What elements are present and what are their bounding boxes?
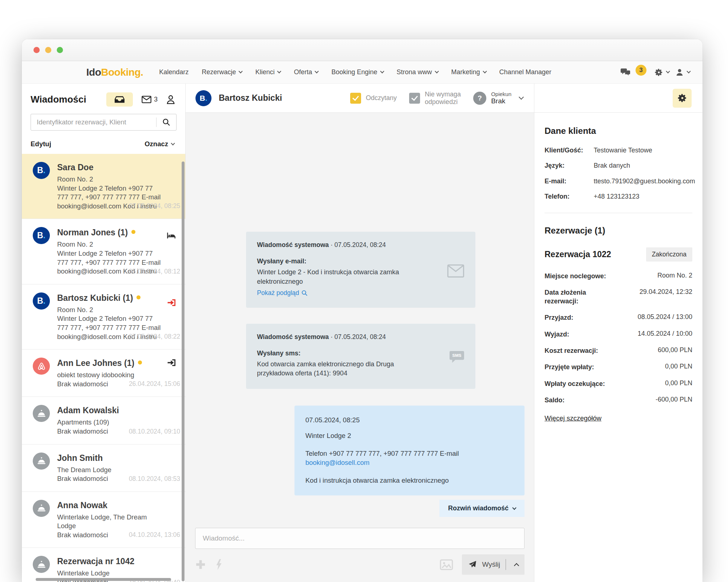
search-button[interactable]	[157, 114, 176, 130]
checkbox-checked-icon[interactable]	[350, 93, 361, 104]
menu-item-kalendarz[interactable]: Kalendarz	[159, 68, 189, 76]
conversation-name: Ann Lee Johnes (1)	[57, 358, 175, 368]
conversation-name: Bartosz Kubicki (1)	[57, 293, 175, 303]
logo-prefix: Ido	[86, 67, 101, 78]
system-message-title: Wiadomość systemowa	[257, 333, 329, 340]
menu-item-channel-manager[interactable]: Channel Manager	[499, 68, 551, 76]
conversation-preview-line: Winter Lodge 2 Telefon +907 77	[57, 314, 175, 323]
conversation-item-john-smith[interactable]: John Smith The Dream Lodge Brak wiadomoś…	[22, 444, 185, 491]
macos-titlebar	[22, 39, 703, 61]
conversation-item-bartosz-kubicki[interactable]: B. Bartosz Kubicki (1) Room No. 2 Winter…	[22, 284, 185, 349]
chevron-down-icon	[380, 69, 384, 73]
conversation-preview-line: Winter Lodge 2 Telefon +907 77	[57, 249, 175, 258]
email-link[interactable]: booking@idosell.com	[305, 459, 369, 466]
minimize-window-button[interactable]	[45, 47, 51, 53]
message-body: Kod otwarcia zamka elektronicznego dla D…	[257, 360, 432, 378]
app-logo[interactable]: IdoBooking.	[86, 67, 143, 78]
edit-button[interactable]: Edytuj	[31, 140, 51, 148]
conversation-list: B. Sara Doe Room No. 2 Winter Lodge 2 Te…	[22, 154, 185, 582]
reservation-row: Miejsce noclegowe: Room No. 2	[545, 272, 692, 280]
sidebar-vertical-scrollbar[interactable]	[182, 162, 185, 581]
chevron-down-icon	[239, 69, 243, 73]
message-timestamp: 07.05.2024, 08:25	[305, 416, 514, 425]
quick-reply-icon[interactable]	[215, 559, 222, 570]
menu-item-marketing[interactable]: Marketing	[451, 68, 486, 76]
show-preview-link[interactable]: Pokaż podgląd	[257, 289, 308, 297]
system-message-title: Wiadomość systemowa	[257, 241, 329, 248]
chevron-down-icon	[519, 95, 524, 100]
chat-header-controls: Odczytany Nie wymagaodpowiedzi ? Opiekun…	[350, 91, 523, 105]
reservation-row: Wpłaty oczekujące: 0,00 PLN	[545, 379, 692, 388]
notification-badge[interactable]: 3	[636, 65, 646, 76]
unread-dot	[138, 360, 142, 364]
message-line: Winter Lodge 2	[305, 431, 514, 441]
read-checkbox[interactable]: Odczytany	[350, 93, 397, 104]
image-icon[interactable]	[440, 559, 453, 570]
conversation-preview-line: Winterlake Lodge, The Dream	[57, 513, 175, 522]
navbar-right-icons: 3	[620, 68, 690, 77]
reservation-number: Rezerwacja 1022	[545, 250, 611, 259]
check-in-icon	[167, 299, 176, 308]
message-line: Kod i instrukcja otwarcia zamka elektron…	[305, 476, 514, 485]
reservation-header: Rezerwacja 1022 Zakończona	[545, 247, 692, 262]
checkbox-checked-icon[interactable]	[409, 93, 420, 104]
menu-item-oferta[interactable]: Oferta	[294, 68, 318, 76]
message-timestamp: 07.05.2024, 08:24	[335, 241, 386, 248]
conversation-item-norman-jones[interactable]: B. Norman Jones (1) Room No. 2 Winter Lo…	[22, 219, 185, 284]
inbox-filter-button[interactable]	[106, 92, 133, 107]
mark-button[interactable]: Oznacz	[145, 140, 174, 148]
more-details-link[interactable]: Więcej szczegółów	[545, 414, 601, 422]
conversation-item-sara-doe[interactable]: B. Sara Doe Room No. 2 Winter Lodge 2 Te…	[22, 154, 185, 219]
conversation-preview-line: obiekt testowy idobooking	[57, 371, 175, 380]
no-reply-checkbox[interactable]: Nie wymagaodpowiedzi	[409, 91, 461, 105]
unread-dot	[131, 230, 135, 234]
conversation-item-adam-kowalski[interactable]: Adam Kowalski Apartments (109) Brak wiad…	[22, 396, 185, 444]
sidebar-horizontal-scrollbar[interactable]	[36, 578, 171, 581]
caretaker-dropdown[interactable]: ? Opiekun Brak	[473, 91, 523, 105]
conversation-date: 07.05.2024, 08:25	[129, 202, 180, 210]
conversation-preview-line: 777 777, +907 777 777 777 E-mail	[57, 193, 175, 202]
messages-icon[interactable]	[620, 68, 631, 77]
settings-menu[interactable]	[654, 68, 669, 77]
sidebar-search	[31, 114, 177, 131]
conversation-date: 07.05.2024, 08:22	[129, 333, 180, 340]
details-panel-body: Dane klienta Klient/Gość: Testowanie Tes…	[534, 113, 703, 422]
message-input[interactable]	[195, 528, 525, 549]
add-attachment-icon[interactable]	[195, 559, 206, 570]
message-body: Winter Lodge 2 - Kod i instrukcja otwarc…	[257, 268, 432, 286]
magnifier-icon	[301, 290, 308, 296]
conversation-item-anna-nowak[interactable]: Anna Nowak Winterlake Lodge, The Dream L…	[22, 491, 185, 548]
account-menu[interactable]	[675, 68, 690, 77]
menu-item-klienci[interactable]: Klienci	[255, 68, 281, 76]
conversation-date: 26.04.2024, 15:06	[129, 380, 180, 388]
menu-item-strona-www[interactable]: Strona www	[397, 68, 438, 76]
conversation-preview-line: Winterlake Lodge	[57, 569, 175, 578]
clients-filter-button[interactable]	[166, 95, 175, 104]
message-type-label: Wysłany sms:	[257, 350, 464, 357]
logo-suffix: Booking.	[101, 67, 143, 78]
mail-filter-button[interactable]: 3	[142, 96, 158, 103]
caretaker-label: Opiekun	[491, 91, 511, 97]
expand-message-button[interactable]: Rozwiń wiadomość	[439, 500, 525, 517]
panel-settings-button[interactable]	[673, 89, 692, 108]
gear-icon	[654, 68, 663, 77]
close-window-button[interactable]	[33, 47, 40, 53]
conversation-item-rezerwacja-1042[interactable]: Rezerwacja nr 1042 Winterlake Lodge Brak…	[22, 547, 185, 582]
chevron-down-icon	[666, 69, 670, 73]
menu-item-rezerwacje[interactable]: Rezerwacje	[202, 68, 242, 76]
client-phone-link[interactable]: +48 123123123	[594, 192, 640, 201]
search-input[interactable]	[31, 118, 156, 126]
client-data-title: Dane klienta	[545, 126, 692, 136]
bell-avatar	[33, 453, 50, 470]
send-button[interactable]: Wyślij	[462, 554, 525, 575]
menu-item-booking-engine[interactable]: Booking Engine	[331, 68, 383, 76]
conversation-item-ann-lee-johnes[interactable]: Ann Lee Johnes (1) obiekt testowy idoboo…	[22, 349, 185, 396]
client-email-link[interactable]: ttesto.791902@guest.booking.com	[594, 177, 695, 186]
zoom-window-button[interactable]	[57, 47, 63, 53]
bell-avatar	[33, 556, 50, 573]
chevron-down-icon	[512, 506, 516, 510]
conversation-preview-line: Winter Lodge 2 Telefon +907 77	[57, 184, 175, 193]
sidebar-filter-icons: 3	[106, 92, 175, 107]
chevron-up-icon[interactable]	[514, 563, 519, 568]
system-message-sms: Wiadomość systemowa · 07.05.2024, 08:24 …	[246, 324, 475, 389]
